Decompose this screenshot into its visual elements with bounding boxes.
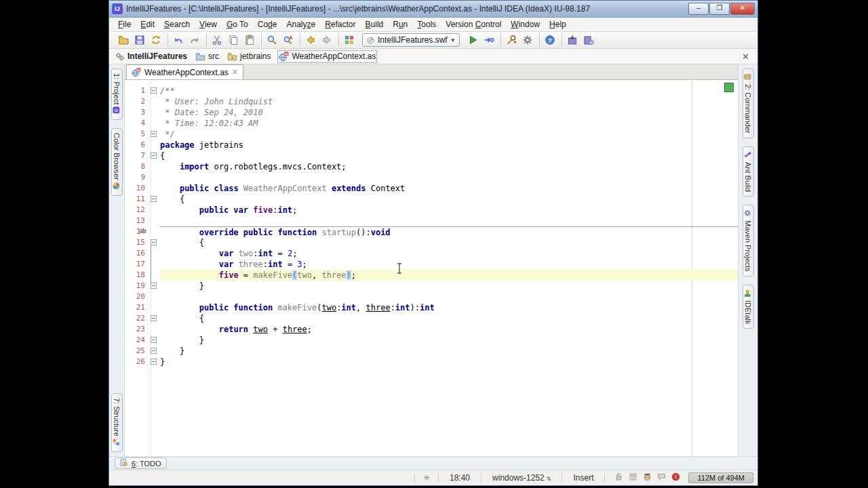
forward-button[interactable] [319,33,334,47]
menu-file[interactable]: File [113,18,136,30]
replace-button[interactable]: A [281,33,296,47]
menu-run[interactable]: Run [388,18,412,30]
insert-mode-indicator[interactable]: Insert [566,473,600,483]
status-bar: ✳ 18:40 windows-1252⇅ Insert ! 112M of 4… [109,470,757,485]
tool-window-button-6-todo[interactable]: 6: TODO [115,458,167,469]
code-line-3: 3 * Date: Sep 24, 2010 [125,107,738,118]
menu-help[interactable]: Help [545,18,571,30]
navbar-close-icon[interactable]: ✕ [739,52,752,62]
breadcrumb-item-src[interactable]: src [195,52,219,62]
menu-refactor[interactable]: Refactor [320,18,360,30]
menu-view[interactable]: View [195,18,222,30]
fold-end-icon[interactable]: − [151,337,157,343]
debug-button[interactable] [481,33,496,47]
menu-version-control[interactable]: Version Control [441,18,506,30]
project-icon [115,52,125,62]
caret-position[interactable]: 18:40 [443,473,477,483]
back-button[interactable] [303,33,318,47]
help-button[interactable]: ? [542,33,557,47]
tool-window-button-idetalk[interactable]: IDEtalk [743,285,754,329]
code-text: override public function startup():void [160,226,738,237]
editor-tab[interactable]: ASWeatherAppContext.as✕ [126,64,243,79]
breadcrumb-item-weatherappcontext-as[interactable]: ASWeatherAppContext.as [279,52,376,62]
fold-end-icon[interactable]: − [151,348,157,354]
menu-code[interactable]: Code [253,18,282,30]
code-line-9: 9 [125,172,738,183]
gutter-fold-cell [149,161,160,172]
undo-button[interactable] [171,33,186,47]
code-text: } [160,335,738,346]
read-only-button[interactable] [629,472,637,483]
fold-collapse-icon[interactable]: − [151,87,157,94]
project-settings-button[interactable] [520,33,535,47]
tool-window-button-ant-build[interactable]: Ant Build [743,146,754,197]
maven-icon [744,209,753,218]
toolbar: AIntelliJFeatures.swf▼? [109,32,757,49]
synchronize-button[interactable] [149,33,163,47]
inspection-status-indicator[interactable] [724,83,734,92]
tool-window-button-maven-projects[interactable]: Maven Projects [743,205,754,277]
bottom-tool-window-stripe: 6: TODO [109,456,757,470]
fold-collapse-icon[interactable]: − [151,315,157,321]
overriding-method-icon[interactable]: o↑ [139,227,147,235]
fold-collapse-icon[interactable]: − [151,239,157,245]
tool-window-button-2-commander[interactable]: 2: Commander [743,68,754,138]
menu-window[interactable]: Window [506,18,545,30]
file-encoding[interactable]: windows-1252⇅ [486,473,557,483]
gutter-fold-cell [149,205,160,216]
save-all-button[interactable] [132,33,147,47]
fold-end-icon[interactable]: − [151,283,157,289]
code-text: { [160,150,738,161]
maximize-button[interactable]: ❐ [709,3,730,15]
tool-window-button-color-browser[interactable]: Color Browser [111,128,123,196]
cut-button[interactable] [210,33,224,47]
tab-close-icon[interactable]: ✕ [232,68,238,77]
title-bar[interactable]: IJ IntelliJFeatures - [C:\IntelliJFeatur… [109,1,757,18]
paste-button[interactable] [242,33,257,47]
hector-inspector-button[interactable] [643,472,652,483]
line-number: 15 [125,237,149,248]
ide-settings-button[interactable] [342,33,357,47]
event-log-button[interactable] [657,472,666,483]
cut-icon [212,35,222,45]
fold-collapse-icon[interactable]: − [151,196,157,202]
code-line-18: 18 five = makeFive(two, three); [125,270,738,281]
copy-button[interactable] [226,33,241,47]
line-number: 16 [125,248,149,259]
open-project-button[interactable] [116,33,131,47]
close-button[interactable]: ✕ [730,3,755,15]
menu-analyze[interactable]: Analyze [281,18,320,30]
line-number: 24 [125,335,149,346]
breadcrumb-item-jetbrains[interactable]: jetbrains [227,52,271,62]
breadcrumb-item-intellijfeatures[interactable]: IntelliJFeatures [115,52,187,62]
code-area[interactable]: 1−/**2 * User: John Lindquist3 * Date: S… [125,85,738,367]
menu-go-to[interactable]: Go To [222,18,253,30]
export-settings-button[interactable] [565,33,580,47]
menu-tools[interactable]: Tools [412,18,441,30]
code-text [160,172,738,183]
tool-window-button-1-project[interactable]: 1: ProjectIJ [111,68,123,120]
code-text: * Time: 12:02:43 AM [160,118,738,129]
find-button[interactable] [264,33,279,47]
error-notification-button[interactable]: ! [671,472,680,483]
inspect-code-button[interactable] [504,33,519,47]
run-config-icon [366,36,375,45]
redo-button[interactable] [187,33,202,47]
line-number: 9 [125,172,149,183]
menu-search[interactable]: Search [159,18,195,30]
lock-button[interactable] [614,472,623,483]
fold-collapse-icon[interactable]: − [151,152,157,159]
editor[interactable]: 1−/**2 * User: John Lindquist3 * Date: S… [125,80,738,456]
fold-end-icon[interactable]: − [151,131,157,137]
line-number: 21 [125,302,149,313]
save-history-button[interactable] [581,33,596,47]
memory-indicator[interactable]: 112M of 494M [688,472,753,483]
menu-edit[interactable]: Edit [136,18,159,30]
forward-icon [321,35,332,45]
minimize-button[interactable]: ‒ [688,3,709,15]
tool-window-button-7-structure[interactable]: 7: Structure [111,393,123,452]
run-configuration-select[interactable]: IntelliJFeatures.swf▼ [362,33,460,47]
menu-build[interactable]: Build [361,18,389,30]
run-button[interactable] [465,33,480,47]
fold-end-icon[interactable]: − [151,359,157,365]
